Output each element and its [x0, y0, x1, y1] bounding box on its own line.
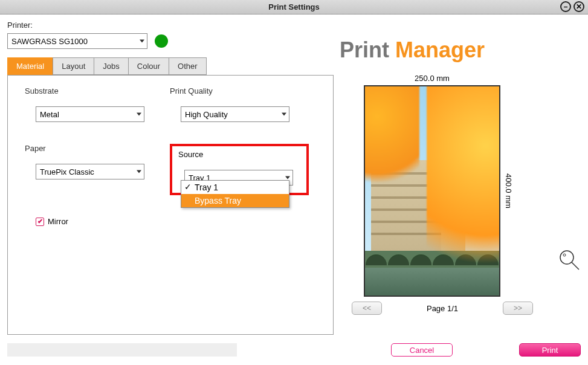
paper-value: TruePix Classic	[40, 167, 94, 176]
page-indicator: Page 1/1	[427, 304, 458, 313]
left-panel: Printer: SAWGRASS SG1000 Material Layout…	[7, 21, 334, 335]
tab-panel-material: Substrate Metal Print Quality High Quali…	[7, 75, 334, 335]
chevron-down-icon	[137, 113, 141, 116]
paper-label: Paper	[25, 144, 146, 153]
window-title: Print Settings	[268, 2, 320, 11]
source-group-highlight: Source Tray 1 ✓ Tray 1 Bypass Tray	[170, 144, 309, 195]
titlebar: Print Settings – ✕	[0, 0, 588, 15]
chevron-down-icon	[282, 113, 286, 116]
mirror-checkbox[interactable]: ✔	[36, 218, 44, 226]
next-page-button[interactable]: >>	[503, 302, 533, 315]
preview-height-label: 400.0 mm	[504, 173, 513, 208]
print-quality-label: Print Quality	[170, 86, 291, 95]
paper-group: Paper TruePix Classic	[25, 144, 146, 179]
check-icon: ✓	[184, 182, 192, 192]
printer-select-value: SAWGRASS SG1000	[11, 37, 88, 46]
chevron-down-icon	[137, 170, 141, 173]
chevron-down-icon	[285, 176, 290, 179]
tab-other[interactable]: Other	[169, 57, 207, 75]
logo-part1: Print	[340, 37, 395, 62]
bottom-bar: Cancel Print	[7, 343, 581, 357]
source-option-bypass[interactable]: Bypass Tray	[181, 194, 289, 207]
svg-line-2	[572, 262, 579, 270]
zoom-icon[interactable]	[558, 249, 580, 273]
app-logo: Print Manager	[340, 37, 581, 63]
chevron-down-icon	[140, 40, 144, 43]
print-quality-value: High Quality	[185, 110, 228, 119]
printer-label: Printer:	[7, 21, 334, 30]
tab-layout[interactable]: Layout	[53, 57, 94, 75]
preview-image	[364, 85, 500, 297]
printer-select[interactable]: SAWGRASS SG1000	[7, 33, 147, 49]
substrate-select[interactable]: Metal	[36, 106, 144, 122]
source-label: Source	[178, 150, 300, 159]
tab-material[interactable]: Material	[7, 57, 53, 75]
source-dropdown: ✓ Tray 1 Bypass Tray	[181, 180, 289, 208]
paper-select[interactable]: TruePix Classic	[36, 164, 144, 179]
substrate-value: Metal	[40, 110, 59, 119]
preview-area: 250.0 mm 400.0 mm	[346, 74, 551, 315]
print-button[interactable]: Print	[519, 343, 581, 357]
source-option-tray1-label: Tray 1	[195, 182, 218, 192]
substrate-group: Substrate Metal	[25, 86, 146, 122]
svg-point-1	[563, 254, 566, 256]
tabs: Material Layout Jobs Colour Other	[7, 57, 334, 75]
pager: << Page 1/1 >>	[352, 302, 533, 315]
print-quality-group: Print Quality High Quality	[170, 86, 291, 122]
source-option-tray1[interactable]: ✓ Tray 1	[181, 181, 289, 194]
mirror-label: Mirror	[48, 217, 68, 226]
mirror-row: ✔ Mirror	[36, 217, 316, 226]
tab-jobs[interactable]: Jobs	[94, 57, 128, 75]
printer-status-indicator	[155, 34, 168, 48]
logo-part2: Manager	[395, 37, 485, 62]
tab-colour[interactable]: Colour	[128, 57, 169, 75]
cancel-button[interactable]: Cancel	[391, 343, 453, 357]
prev-page-button[interactable]: <<	[352, 302, 382, 315]
svg-point-0	[560, 251, 573, 264]
source-option-bypass-label: Bypass Tray	[195, 196, 241, 205]
progress-placeholder	[7, 343, 237, 357]
minimize-icon[interactable]: –	[560, 1, 571, 12]
right-panel: Print Manager 250.0 mm 400.0 mm	[340, 21, 581, 335]
substrate-label: Substrate	[25, 86, 146, 95]
print-quality-select[interactable]: High Quality	[181, 106, 289, 122]
preview-width-label: 250.0 mm	[364, 74, 500, 83]
close-icon[interactable]: ✕	[573, 1, 584, 12]
